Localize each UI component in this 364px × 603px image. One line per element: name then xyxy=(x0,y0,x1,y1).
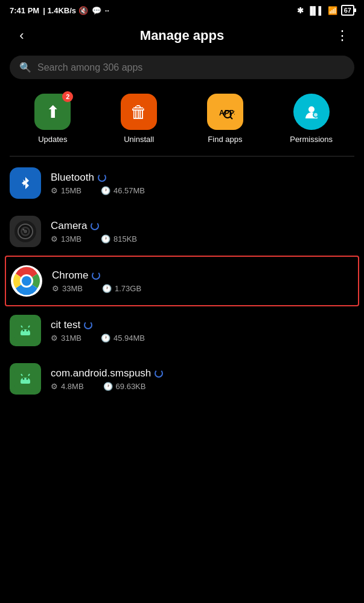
find-apps-action[interactable]: APPS Find apps xyxy=(182,94,269,144)
chrome-size: 33MB xyxy=(62,284,83,293)
app-item-bluetooth[interactable]: Bluetooth ⚙ 15MB 🕐 46.57MB xyxy=(5,159,359,207)
clock-icon-cit: 🕐 xyxy=(101,334,110,343)
camera-app-name: Camera xyxy=(51,220,87,232)
chrome-sizes: ⚙ 33MB 🕐 1.73GB xyxy=(52,284,353,293)
smspush-app-icon xyxy=(10,363,41,395)
search-input[interactable] xyxy=(37,62,345,73)
quick-actions: ⬆ 2 Updates 🗑 Uninstall APPS Find apps xyxy=(0,89,364,156)
svg-point-16 xyxy=(22,276,31,286)
section-divider xyxy=(10,156,354,156)
svg-rect-25 xyxy=(22,380,24,384)
app-item-chrome[interactable]: Chrome ⚙ 33MB 🕐 1.73GB xyxy=(5,256,359,306)
clock-icon-chrome: 🕐 xyxy=(102,284,112,293)
bluetooth-size: 15MB xyxy=(61,186,81,195)
bluetooth-app-icon xyxy=(10,167,41,199)
uninstall-icon: 🗑 xyxy=(121,94,157,130)
svg-rect-26 xyxy=(27,380,29,384)
camera-size: 13MB xyxy=(61,234,81,243)
bluetooth-app-name: Bluetooth xyxy=(51,172,94,184)
chrome-loading-spinner xyxy=(92,271,100,280)
cit-test-app-info: cit test ⚙ 31MB 🕐 45.94MB xyxy=(51,319,354,343)
bluetooth-app-info: Bluetooth ⚙ 15MB 🕐 46.57MB xyxy=(51,172,354,195)
find-apps-icon: APPS xyxy=(207,94,243,130)
find-apps-label: Find apps xyxy=(208,135,242,144)
smspush-loading-spinner xyxy=(155,369,163,378)
svg-rect-18 xyxy=(22,332,24,335)
updates-action[interactable]: ⬆ 2 Updates xyxy=(10,94,96,144)
camera-app-info: Camera ⚙ 13MB 🕐 815KB xyxy=(51,220,354,243)
camera-loading-spinner xyxy=(91,222,99,230)
status-right: ✱ ▐▌▌ 📶 67 xyxy=(297,5,354,16)
chrome-cache: 1.73GB xyxy=(115,284,141,293)
clock-icon-sms: 🕐 xyxy=(103,382,113,391)
bluetooth-sizes: ⚙ 15MB 🕐 46.57MB xyxy=(51,186,354,195)
app-header: ‹ Manage apps ⋮ xyxy=(0,18,364,51)
smspush-app-info: com.android.smspush ⚙ 4.8MB 🕐 69.63KB xyxy=(51,367,354,391)
storage-icon-sms: ⚙ xyxy=(51,382,58,391)
svg-rect-19 xyxy=(27,332,29,335)
cit-test-size: 31MB xyxy=(61,334,81,343)
bluetooth-status-icon: ✱ xyxy=(297,6,304,15)
smspush-app-name: com.android.smspush xyxy=(51,367,151,379)
storage-icon-chrome: ⚙ xyxy=(52,284,59,293)
app-item-cit-test[interactable]: cit test ⚙ 31MB 🕐 45.94MB xyxy=(5,306,359,355)
dots-icon: ·· xyxy=(105,6,109,15)
svg-point-13 xyxy=(23,229,25,231)
permissions-label: Permissions xyxy=(290,135,333,144)
cit-test-app-icon xyxy=(10,315,41,346)
updates-badge: 2 xyxy=(62,91,73,102)
clock-icon-cam: 🕐 xyxy=(101,234,110,243)
svg-point-5 xyxy=(308,106,315,112)
uninstall-action[interactable]: 🗑 Uninstall xyxy=(96,94,182,144)
camera-app-icon xyxy=(10,216,41,247)
app-item-smspush[interactable]: com.android.smspush ⚙ 4.8MB 🕐 69.63KB xyxy=(5,355,359,403)
battery-indicator: 67 xyxy=(341,5,354,16)
status-bar: 7:41 PM | 1.4KB/s 🔇 💬 ·· ✱ ▐▌▌ 📶 67 xyxy=(0,0,364,18)
uninstall-label: Uninstall xyxy=(124,135,154,144)
search-bar: 🔍 xyxy=(10,56,354,79)
storage-icon-cit: ⚙ xyxy=(51,334,58,343)
clock-icon-bt: 🕐 xyxy=(101,186,110,195)
back-button[interactable]: ‹ xyxy=(10,25,34,46)
camera-sizes: ⚙ 13MB 🕐 815KB xyxy=(51,234,354,243)
network-speed: | 1.4KB/s 🔇 xyxy=(43,6,88,15)
svg-point-7 xyxy=(314,113,318,117)
svg-point-28 xyxy=(27,378,28,380)
chrome-app-icon xyxy=(11,265,42,297)
more-options-button[interactable]: ⋮ xyxy=(330,25,354,46)
signal-icon: ▐▌▌ xyxy=(307,6,324,15)
cit-test-sizes: ⚙ 31MB 🕐 45.94MB xyxy=(51,334,354,343)
cit-test-loading-spinner xyxy=(84,321,92,329)
whatsapp-icon: 💬 xyxy=(92,6,101,15)
smspush-cache: 69.63KB xyxy=(116,382,146,391)
svg-point-27 xyxy=(23,378,25,380)
cit-test-app-name: cit test xyxy=(51,319,80,331)
storage-icon-cam: ⚙ xyxy=(51,234,58,243)
bluetooth-cache: 46.57MB xyxy=(113,186,145,195)
status-left: 7:41 PM | 1.4KB/s 🔇 💬 ·· xyxy=(10,6,109,15)
page-title: Manage apps xyxy=(34,28,330,44)
chrome-app-name: Chrome xyxy=(52,269,88,282)
permissions-icon xyxy=(293,94,330,130)
app-item-camera[interactable]: Camera ⚙ 13MB 🕐 815KB xyxy=(5,207,359,256)
storage-icon-bt: ⚙ xyxy=(51,186,58,195)
bluetooth-loading-spinner xyxy=(98,173,106,182)
updates-label: Updates xyxy=(38,135,67,144)
wifi-icon: 📶 xyxy=(328,6,337,15)
smspush-size: 4.8MB xyxy=(61,382,84,391)
search-icon: 🔍 xyxy=(19,62,31,73)
svg-point-21 xyxy=(27,330,28,332)
permissions-action[interactable]: Permissions xyxy=(268,94,354,144)
camera-cache: 815KB xyxy=(113,234,137,243)
smspush-sizes: ⚙ 4.8MB 🕐 69.63KB xyxy=(51,382,354,391)
app-list: Bluetooth ⚙ 15MB 🕐 46.57MB xyxy=(0,159,364,403)
time-display: 7:41 PM xyxy=(10,6,39,15)
chrome-app-info: Chrome ⚙ 33MB 🕐 1.73GB xyxy=(52,269,353,293)
cit-test-cache: 45.94MB xyxy=(113,334,145,343)
updates-icon: ⬆ 2 xyxy=(34,94,71,130)
svg-point-20 xyxy=(23,330,25,332)
